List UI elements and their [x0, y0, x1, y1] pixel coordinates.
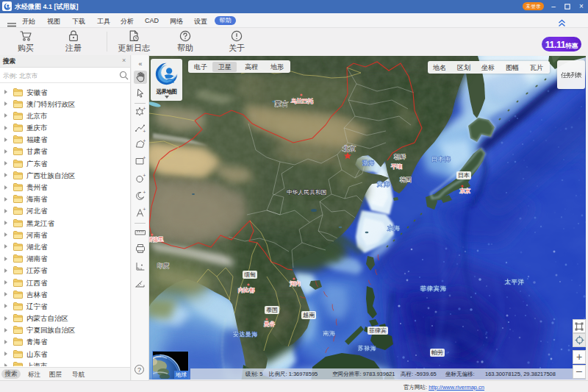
svg-text:太平洋: 太平洋	[505, 279, 525, 285]
svg-text:菲律宾海: 菲律宾海	[420, 285, 447, 292]
svg-text:帕劳: 帕劳	[431, 349, 443, 356]
svg-text:苏禄海: 苏禄海	[358, 345, 377, 352]
svg-text:泰国: 泰国	[266, 307, 278, 313]
svg-text:+: +	[143, 138, 146, 143]
svg-text:东海: 东海	[387, 225, 401, 232]
svg-text:+: +	[143, 173, 146, 178]
svg-text:印度: 印度	[157, 263, 169, 269]
svg-text:曼谷: 曼谷	[264, 321, 276, 327]
svg-text:缅甸: 缅甸	[244, 271, 256, 278]
svg-text:渤海: 渤海	[362, 160, 375, 166]
svg-text:日本: 日本	[458, 172, 470, 179]
svg-text:菲律宾: 菲律宾	[369, 327, 387, 334]
svg-text:内比都: 内比都	[238, 287, 255, 293]
svg-text:中华人民共和国: 中华人民共和国	[287, 189, 327, 196]
svg-text:韩国: 韩国	[400, 177, 412, 183]
svg-text:乌兰巴托: 乌兰巴托	[290, 98, 314, 104]
svg-text:+: +	[143, 129, 146, 134]
svg-text:北京: 北京	[343, 145, 356, 152]
svg-text:越南: 越南	[303, 312, 315, 318]
svg-text:日本海: 日本海	[431, 156, 451, 163]
svg-text:+: +	[143, 190, 146, 195]
svg-text:南海: 南海	[323, 330, 336, 337]
svg-text:安达曼海: 安达曼海	[233, 331, 258, 338]
svg-text:新德里: 新德里	[149, 236, 164, 243]
svg-text:+: +	[143, 207, 146, 212]
svg-text:朝鲜: 朝鲜	[394, 154, 406, 160]
svg-text:蒙古: 蒙古	[275, 100, 288, 107]
svg-text:黄海: 黄海	[377, 181, 390, 188]
svg-text:+: +	[143, 106, 146, 111]
svg-text:+: +	[143, 155, 146, 160]
svg-text:东京: 东京	[459, 188, 471, 194]
svg-text:平壤: 平壤	[391, 163, 403, 170]
svg-text:河内: 河内	[290, 280, 301, 287]
